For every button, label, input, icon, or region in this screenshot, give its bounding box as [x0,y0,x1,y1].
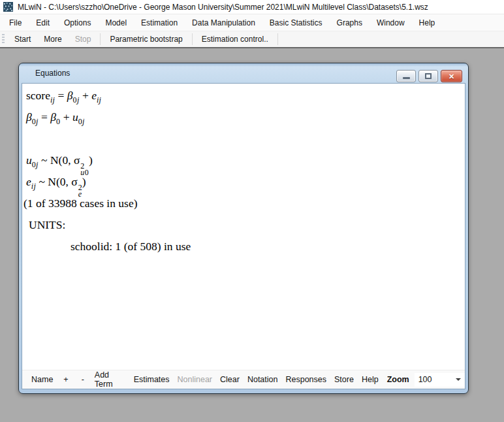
title-bar[interactable]: MLwiN - C:\Users\szzho\OneDrive - George… [0,0,504,14]
toolbar-separator [100,33,101,45]
menu-item-help[interactable]: Help [412,14,443,31]
toolbar-button-parametric-bootstrap[interactable]: Parametric bootstrap [103,31,189,47]
zoom-combobox[interactable]: 100 [415,373,465,387]
toolbar-grip[interactable] [2,34,5,44]
restore-button[interactable] [418,70,438,82]
equations-window-title: Equations [35,69,70,78]
menu-item-graphs[interactable]: Graphs [330,14,370,31]
equations-button-minus[interactable]: - [75,375,91,384]
equation-line: β0j = β0 + u0j [22,106,465,128]
minimize-icon [403,77,410,79]
equation-line: schoolid: 1 (of 508) in use [22,236,465,257]
chevron-down-icon[interactable] [456,378,461,381]
equations-button-store[interactable]: Store [330,375,358,384]
mdi-workspace: Equations scoreij = β0j + eijβ0j = β0 + … [0,50,504,422]
menu-item-model[interactable]: Model [98,14,134,31]
window-title: MLwiN - C:\Users\szzho\OneDrive - George… [18,3,428,12]
minimize-button[interactable] [396,70,416,82]
equation-line: scoreij = β0j + eij [22,85,465,106]
equations-title-bar[interactable]: Equations [19,63,468,83]
equation-line: u0j ~ N(0, σ2u0) [22,150,465,171]
toolbar-button-start[interactable]: Start [8,31,37,47]
equations-button-name[interactable]: Name [27,375,57,384]
main-toolbar: StartMoreStopParametric bootstrapEstimat… [0,31,504,48]
equations-toolbar: Name+-Add TermEstimatesNonlinearClearNot… [22,370,465,389]
equations-display: scoreij = β0j + eijβ0j = β0 + u0ju0j ~ N… [22,84,465,257]
menu-item-basic-statistics[interactable]: Basic Statistics [262,14,330,31]
zoom-value: 100 [418,375,432,384]
window-controls [396,70,462,82]
equations-window: Equations scoreij = β0j + eijβ0j = β0 + … [18,63,469,394]
menu-item-edit[interactable]: Edit [29,14,57,31]
menu-item-estimation[interactable]: Estimation [134,14,185,31]
toolbar-separator [277,33,278,45]
toolbar-button-stop: Stop [69,31,98,47]
toolbar-separator [192,33,193,45]
equations-button-add-term[interactable]: Add Term [91,370,130,389]
menu-item-options[interactable]: Options [57,14,98,31]
equation-line: (1 of 33988 cases in use) [22,193,465,214]
restore-icon [425,73,432,79]
equations-buttons: Name+-Add TermEstimatesNonlinearClearNot… [27,370,383,389]
equations-button-help[interactable]: Help [358,375,383,384]
equations-button-nonlinear: Nonlinear [174,375,217,384]
equations-content: scoreij = β0j + eijβ0j = β0 + u0ju0j ~ N… [22,83,465,389]
equations-button-estimates[interactable]: Estimates [130,375,174,384]
mlwin-app-icon [3,2,13,12]
menu-item-data-manipulation[interactable]: Data Manipulation [185,14,262,31]
equations-button-notation[interactable]: Notation [244,375,282,384]
close-button[interactable] [441,70,462,82]
equations-button-responses[interactable]: Responses [281,375,330,384]
equations-button-clear[interactable]: Clear [216,375,244,384]
menu-item-window[interactable]: Window [370,14,412,31]
zoom-label: Zoom [383,375,413,384]
equation-line [22,128,465,150]
equations-button-plus[interactable]: + [57,375,74,384]
mlwin-window: MLwiN - C:\Users\szzho\OneDrive - George… [0,0,504,422]
menu-item-file[interactable]: File [2,14,29,31]
toolbar-button-more[interactable]: More [37,31,68,47]
equation-line: UNITS: [22,214,465,236]
close-icon [449,70,454,82]
menu-bar: FileEditOptionsModelEstimationData Manip… [0,14,504,31]
toolbar-button-estimation-control[interactable]: Estimation control.. [195,31,275,47]
